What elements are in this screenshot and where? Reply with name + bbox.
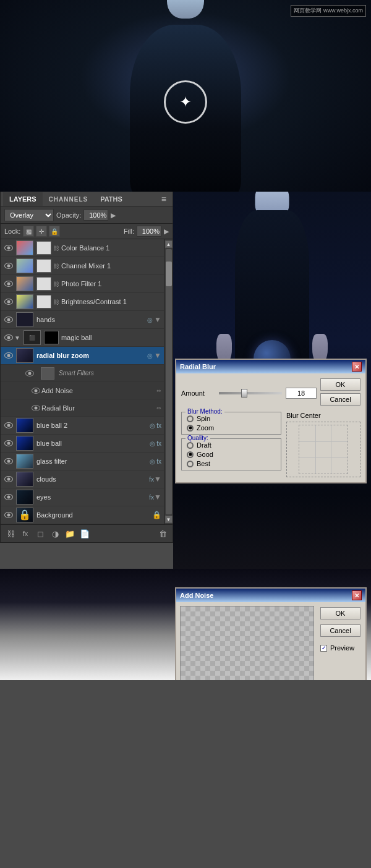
layer-expand-7[interactable]: ▼	[154, 351, 161, 360]
draft-option[interactable]: Draft	[187, 441, 276, 449]
noise-ok-btn[interactable]: OK	[320, 607, 360, 619]
layer-thumb-5	[16, 312, 33, 327]
scroll-down-btn[interactable]: ▼	[165, 516, 173, 523]
layer-channel-mixer[interactable]: ⛓ Channel Mixer 1	[1, 257, 164, 275]
layer-vis-14[interactable]	[3, 474, 14, 485]
layer-color-balance[interactable]: ⛓ Color Balance 1	[1, 239, 164, 257]
spin-option[interactable]: Spin	[187, 415, 276, 422]
watermark: 网页教学网 www.webjx.com	[291, 5, 366, 17]
radial-blur-close-btn[interactable]: ✕	[352, 362, 362, 372]
preview-checkbox-row[interactable]: ✓ Preview	[320, 644, 360, 652]
slider-thumb[interactable]	[241, 389, 247, 398]
good-option[interactable]: Good	[187, 451, 276, 458]
layer-add-noise[interactable]: Add Noise ⇔	[1, 382, 164, 399]
layer-vis-9[interactable]	[30, 385, 41, 396]
amount-slider[interactable]	[219, 389, 282, 398]
layer-glass-filter[interactable]: glass filter ◎ fx	[1, 453, 164, 470]
spin-radio[interactable]	[187, 415, 194, 422]
tab-paths[interactable]: PATHS	[94, 192, 129, 206]
layer-clouds[interactable]: clouds fx ▼	[1, 470, 164, 488]
layer-thumb-12	[16, 436, 33, 451]
layer-expand-14[interactable]: ▼	[154, 475, 161, 483]
layer-vis-11[interactable]	[3, 420, 14, 431]
layer-blue-ball[interactable]: blue ball ◎ fx	[1, 435, 164, 453]
layer-vis-8[interactable]	[23, 370, 36, 377]
delete-layer-btn[interactable]: 🗑	[156, 527, 169, 540]
layer-vis-16[interactable]	[3, 509, 14, 521]
new-group-btn[interactable]: 📁	[64, 527, 76, 540]
scroll-up-btn[interactable]: ▲	[165, 240, 173, 248]
layer-expand-5[interactable]: ▼	[154, 315, 161, 324]
zoom-option[interactable]: Zoom	[187, 424, 276, 432]
lock-all-btn[interactable]: 🔒	[49, 226, 60, 237]
layer-radial-blur-zoom[interactable]: radial blur zoom ◎ ▼	[1, 347, 164, 365]
layer-vis-7[interactable]	[3, 350, 14, 361]
best-option[interactable]: Best	[187, 460, 276, 467]
lock-move-btn[interactable]: ✛	[36, 226, 47, 237]
scroll-thumb[interactable]	[166, 262, 172, 286]
layer-thumb-3	[16, 276, 33, 291]
layer-radial-blur-filter[interactable]: Radial Blur ⇔	[1, 399, 164, 417]
layer-vis-2[interactable]	[3, 260, 14, 271]
amount-input[interactable]	[286, 388, 317, 399]
preview-checkbox-item[interactable]: ✓ Preview	[320, 644, 360, 652]
add-noise-close-btn[interactable]: ✕	[352, 590, 362, 600]
blur-method-title: Blur Method:	[186, 408, 224, 415]
layer-vis-3[interactable]	[3, 278, 14, 289]
ok-button[interactable]: OK	[320, 378, 360, 391]
layer-thumb-16: 🔒	[16, 508, 33, 522]
add-mask-btn[interactable]: ◻	[34, 527, 46, 540]
layer-eyes[interactable]: eyes fx ▼	[1, 488, 164, 506]
fill-arrow[interactable]: ▶	[164, 228, 169, 236]
layer-photo-filter[interactable]: ⛓ Photo Filter 1	[1, 275, 164, 293]
group-arrow[interactable]: ▼	[14, 334, 22, 341]
layer-expand-15[interactable]: ▼	[154, 493, 161, 501]
layer-vis-6[interactable]	[3, 332, 14, 343]
lock-pixels-btn[interactable]: ▩	[23, 226, 34, 237]
tab-layers[interactable]: LAYERS	[3, 192, 43, 206]
layers-scrollbar[interactable]: ▲ ▼	[164, 239, 173, 524]
fill-input[interactable]	[137, 226, 161, 237]
blur-method-section: Blur Method: Spin Zoom	[181, 412, 281, 435]
new-fill-btn[interactable]: ◑	[49, 527, 61, 540]
draft-label: Draft	[197, 441, 211, 449]
best-radio[interactable]	[187, 461, 194, 467]
layer-name-2: Channel Mixer 1	[60, 262, 161, 270]
layer-vis-10[interactable]	[30, 402, 41, 414]
opacity-arrow[interactable]: ▶	[111, 211, 116, 219]
blur-center-box[interactable]	[286, 422, 360, 477]
opacity-input[interactable]	[83, 210, 108, 221]
layer-vis-12[interactable]	[3, 438, 14, 449]
layers-scroll-area: ⛓ Color Balance 1 ⛓ Channel Mixer 1	[1, 239, 173, 524]
blend-mode-select[interactable]: Overlay Normal Multiply	[4, 209, 54, 221]
blur-center-grid	[299, 425, 348, 474]
cancel-button[interactable]: Cancel	[320, 393, 360, 406]
layer-brightness-contrast[interactable]: ⛓ Brightness/Contrast 1	[1, 293, 164, 311]
noise-preview[interactable]	[180, 606, 314, 680]
layers-list: ⛓ Color Balance 1 ⛓ Channel Mixer 1	[1, 239, 164, 524]
layer-hands[interactable]: hands ◎ ▼	[1, 311, 164, 329]
layer-background[interactable]: 🔒 Background 🔒	[1, 506, 164, 524]
layer-vis-1[interactable]	[3, 242, 14, 253]
dialog-buttons: OK Cancel	[320, 378, 360, 408]
layer-vis-4[interactable]	[3, 296, 14, 307]
add-style-btn[interactable]: fx	[19, 527, 32, 540]
panel-menu-icon[interactable]: ≡	[158, 192, 170, 206]
link-layers-btn[interactable]: ⛓	[4, 527, 17, 540]
layer-name-13: glass filter	[35, 457, 150, 465]
new-layer-btn[interactable]: 📄	[79, 527, 91, 540]
layer-vis-13[interactable]	[3, 456, 14, 467]
layer-vis-15[interactable]	[3, 491, 14, 503]
layer-vis-5[interactable]	[3, 314, 14, 325]
zoom-radio[interactable]	[187, 425, 194, 432]
draft-radio[interactable]	[187, 442, 194, 449]
noise-cancel-btn[interactable]: Cancel	[320, 624, 360, 637]
layer-magic-ball[interactable]: ▼ ⬛ magic ball	[1, 329, 164, 347]
tab-channels[interactable]: CHANNELS	[43, 193, 95, 206]
layer-link-3: ⛓	[53, 277, 60, 291]
figure-face	[167, 0, 204, 19]
layer-blue-ball-2[interactable]: blue ball 2 ◎ fx	[1, 417, 164, 435]
layer-arrow-5: ◎	[147, 317, 154, 323]
preview-checkbox[interactable]: ✓	[320, 645, 327, 652]
good-radio[interactable]	[187, 451, 194, 458]
